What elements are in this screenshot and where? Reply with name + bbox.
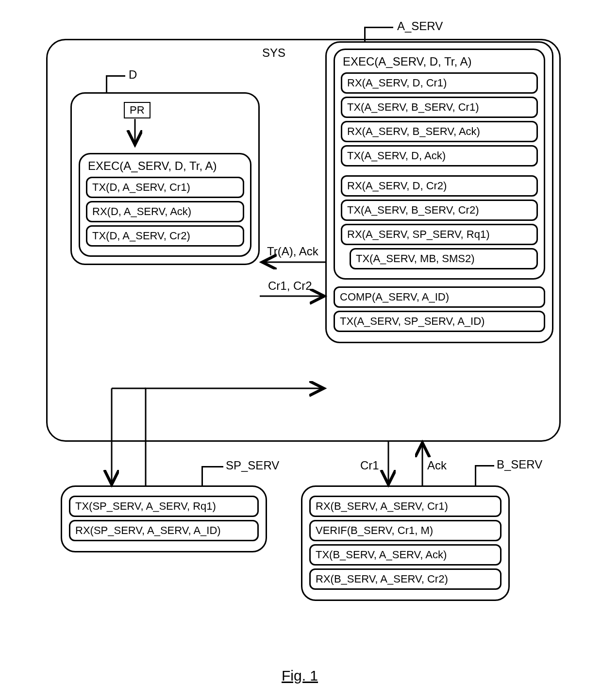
aserv-step: RX(A_SERV, SP_SERV, Rq1) (341, 224, 538, 245)
bserv-step: RX(B_SERV, A_SERV, Cr2) (309, 568, 502, 590)
aserv-step: TX(A_SERV, B_SERV, Cr2) (341, 200, 538, 221)
flow-cr-label: Cr1, Cr2 (268, 279, 312, 293)
spserv-block: TX(SP_SERV, A_SERV, Rq1) RX(SP_SERV, A_S… (61, 485, 267, 552)
flow-ack-label: Ack (427, 459, 447, 472)
flow-cr1-label: Cr1 (360, 459, 379, 472)
aserv-block: EXEC(A_SERV, D, Tr, A) RX(A_SERV, D, Cr1… (325, 41, 553, 343)
bserv-lead (475, 465, 476, 487)
aserv-label: A_SERV (397, 19, 443, 33)
d-exec-group: EXEC(A_SERV, D, Tr, A) TX(D, A_SERV, Cr1… (79, 153, 251, 257)
d-step: TX(D, A_SERV, Cr2) (86, 225, 244, 247)
spserv-label: SP_SERV (226, 459, 279, 472)
d-step: TX(D, A_SERV, Cr1) (86, 177, 244, 198)
aserv-step: RX(A_SERV, B_SERV, Ack) (341, 121, 538, 142)
aserv-exec-group: EXEC(A_SERV, D, Tr, A) RX(A_SERV, D, Cr1… (334, 49, 545, 280)
bserv-step: TX(B_SERV, A_SERV, Ack) (309, 544, 502, 566)
aserv-exec-title: EXEC(A_SERV, D, Tr, A) (343, 55, 538, 68)
d-step: RX(D, A_SERV, Ack) (86, 201, 244, 222)
d-lead (106, 75, 107, 92)
aserv-step: TX(A_SERV, MB, SMS2) (350, 248, 538, 269)
pr-box: PR (124, 102, 150, 118)
aserv-step: TX(A_SERV, D, Ack) (341, 145, 538, 167)
bserv-block: RX(B_SERV, A_SERV, Cr1) VERIF(B_SERV, Cr… (301, 485, 510, 601)
bserv-step: RX(B_SERV, A_SERV, Cr1) (309, 496, 502, 517)
bserv-lead2 (475, 465, 494, 467)
spserv-step: TX(SP_SERV, A_SERV, Rq1) (69, 496, 259, 517)
pr-label: PR (130, 104, 145, 116)
spserv-step: RX(SP_SERV, A_SERV, A_ID) (69, 520, 259, 541)
d-label: D (129, 68, 137, 82)
figure-caption: Fig. 1 (282, 667, 318, 684)
aserv-lead (364, 27, 366, 41)
aserv-tail-step: TX(A_SERV, SP_SERV, A_ID) (334, 311, 545, 332)
bserv-step: VERIF(B_SERV, Cr1, M) (309, 520, 502, 541)
d-exec-title: EXEC(A_SERV, D, Tr, A) (88, 159, 244, 173)
sys-label: SYS (262, 46, 285, 60)
aserv-lead2 (364, 27, 393, 28)
aserv-step: RX(A_SERV, D, Cr2) (341, 175, 538, 197)
aserv-step: RX(A_SERV, D, Cr1) (341, 72, 538, 94)
d-lead2 (106, 75, 125, 77)
aserv-tail-step: COMP(A_SERV, A_ID) (334, 286, 545, 308)
spserv-lead2 (201, 466, 223, 467)
spserv-lead (201, 466, 203, 485)
d-block: EXEC(A_SERV, D, Tr, A) TX(D, A_SERV, Cr1… (70, 92, 260, 265)
flow-tr-ack-label: Tr(A), Ack (267, 245, 318, 258)
aserv-step: TX(A_SERV, B_SERV, Cr1) (341, 97, 538, 118)
bserv-label: B_SERV (497, 458, 542, 471)
